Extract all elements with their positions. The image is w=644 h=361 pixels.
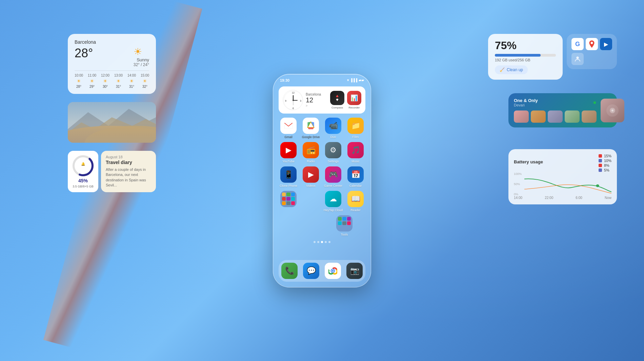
legend-item-4: 5% xyxy=(599,168,611,172)
top-right-widgets: 75% 192 GB used/256 GB 🧹 Clean up G ▶ xyxy=(488,34,617,80)
travel-info: August 18 Travel diary After a couple of… xyxy=(101,151,156,192)
settings-icon: ⚙ xyxy=(325,142,341,158)
time-now: Now xyxy=(605,196,611,200)
travel-storage: 3.5 GB/8+5 GB xyxy=(73,185,93,188)
time-2200: 22:00 xyxy=(545,196,553,200)
storage-widget: 75% 192 GB used/256 GB 🧹 Clean up xyxy=(488,34,563,80)
gdrive-label: Google Drive xyxy=(302,135,320,139)
files-label: Files xyxy=(352,135,359,139)
svg-point-23 xyxy=(332,270,334,272)
svg-text:🔔: 🔔 xyxy=(81,162,85,166)
reader-icon: 📖 xyxy=(347,191,364,207)
time-1400: 14:00 xyxy=(514,196,522,200)
music-label: Music xyxy=(351,160,360,163)
app-item-files[interactable]: 📁 Files xyxy=(346,118,365,139)
page-dots xyxy=(273,241,371,243)
app-item-youtube[interactable]: ▶ YouTube xyxy=(279,142,298,163)
music-thumbnails xyxy=(514,111,597,123)
app-item-heytap[interactable]: ☁ HeyTap Cloud xyxy=(323,191,343,212)
app-item-gmail[interactable]: Gmail xyxy=(279,118,298,139)
radio-label: Radio xyxy=(307,160,315,163)
dock-messages[interactable]: 💬 xyxy=(303,263,319,279)
dock-chrome[interactable] xyxy=(325,263,341,279)
app-item-radio[interactable]: 📻 Radio xyxy=(301,142,321,163)
forecast-item: 14:00 ☀ 31° xyxy=(127,74,136,88)
gamecenter-label: Game Center xyxy=(324,184,342,187)
battery-y-axis: 100% 50% 0% xyxy=(514,172,523,196)
travel-ring: 🔔 xyxy=(72,155,94,177)
dot-2 xyxy=(317,241,319,243)
recorder-icon: 📊 xyxy=(347,91,361,105)
storage-bar-background xyxy=(495,54,556,57)
app-item-tools[interactable]: Tools xyxy=(323,215,365,236)
battery-widget: Battery usage 15% 10% 8% 5% xyxy=(508,149,617,204)
clock-city-time: Barcelona 12 > xyxy=(306,93,321,107)
clonephone-icon: 📱 xyxy=(280,166,297,183)
gmail-label: Gmail xyxy=(284,135,293,139)
phone-screen: 19:30 ▾ ▐▐▐ ▰▰ 12 3 9 6 xyxy=(273,74,371,287)
svg-point-25 xyxy=(576,57,579,59)
battery-header: Battery usage 15% 10% 8% 5% xyxy=(514,154,611,172)
app-item-folder1[interactable] xyxy=(279,191,298,212)
legend-item-2: 10% xyxy=(599,159,611,163)
clean-label: Clean up xyxy=(507,67,523,72)
legend-pct-1: 15% xyxy=(604,154,611,158)
music-artist-name: Devari xyxy=(514,103,538,107)
battery-chart-area: 100% 50% 0% xyxy=(514,172,611,196)
svg-text:9: 9 xyxy=(285,100,286,102)
battery-title: Battery usage xyxy=(514,159,543,164)
app-item-settings[interactable]: ⚙ Settings xyxy=(323,142,343,163)
phone-clock-widget: 12 3 9 6 Barcelona 12 > xyxy=(279,86,365,114)
heytap-label: HeyTap Cloud xyxy=(324,208,343,212)
storage-info-text: 192 GB used/256 GB xyxy=(495,58,556,62)
app-item-clonephone[interactable]: 📱 Clone Phone xyxy=(279,166,298,187)
app-item-calendar[interactable]: 📅 Calendar xyxy=(346,166,365,187)
spotify-icon: ● xyxy=(593,99,597,106)
tools-label: Tools xyxy=(341,233,348,236)
legend-dot-4 xyxy=(599,168,602,172)
dot-5 xyxy=(328,241,330,243)
google-icon[interactable]: G xyxy=(571,38,584,50)
dock-camera[interactable]: 📷 xyxy=(346,263,363,279)
tools-icon xyxy=(336,215,353,232)
app-item-gdrive[interactable]: Google Drive xyxy=(301,118,321,139)
app-item-reader[interactable]: 📖 Reader xyxy=(346,191,365,212)
phone-clock-row: 12 3 9 6 Barcelona 12 > xyxy=(273,84,371,115)
compass-widget-item[interactable]: Compass xyxy=(330,91,344,109)
weather-condition: Sunny xyxy=(134,57,149,62)
settings-label: Settings xyxy=(328,160,339,163)
app-item-music[interactable]: 🎵 Music xyxy=(346,142,365,163)
svg-point-24 xyxy=(591,42,593,44)
folder1-icon xyxy=(280,191,297,207)
music-details: One & Only Devari xyxy=(514,98,538,107)
recorder-widget-item[interactable]: 📊 Recorder xyxy=(347,91,361,109)
svg-marker-20 xyxy=(307,127,314,129)
battery-chart xyxy=(524,172,611,196)
legend-pct-3: 8% xyxy=(604,163,609,167)
google-maps-icon[interactable] xyxy=(586,38,598,50)
app-item-videos[interactable]: ▶ Videos xyxy=(301,166,321,187)
music-header: One & Only Devari ● xyxy=(514,98,597,107)
reader-label: Reader xyxy=(350,208,361,212)
google-play-icon[interactable]: ▶ xyxy=(600,38,612,50)
legend-item-1: 15% xyxy=(599,154,611,158)
weather-range: 32° / 24° xyxy=(134,62,149,67)
clean-up-button[interactable]: 🧹 Clean up xyxy=(495,65,528,74)
legend-item-3: 8% xyxy=(599,163,611,167)
photo-overlay xyxy=(68,102,156,143)
legend-dot-3 xyxy=(599,164,602,167)
google-account-icon[interactable] xyxy=(571,53,584,65)
app-item-gamecenter[interactable]: 🎮 Game Center xyxy=(323,166,343,187)
storage-percent: 75% xyxy=(495,39,556,52)
weather-forecast: 10:00 ☀ 28° 11:00 ☀ 29° 12:00 ☀ 30° 13:0… xyxy=(75,71,149,88)
dock-phone[interactable]: 📞 xyxy=(281,263,298,279)
album-thumb-5 xyxy=(582,111,597,123)
app-item-empty xyxy=(301,191,321,212)
app-item-duo[interactable]: 📹 Duo xyxy=(323,118,343,139)
svg-text:3: 3 xyxy=(300,100,301,102)
svg-point-32 xyxy=(596,184,599,187)
legend-dot-2 xyxy=(599,159,602,162)
forecast-item: 11:00 ☀ 29° xyxy=(88,74,96,88)
battery-time-labels: 14:00 22:00 6:00 Now xyxy=(514,196,611,200)
weather-city: Barcelona xyxy=(75,39,149,45)
